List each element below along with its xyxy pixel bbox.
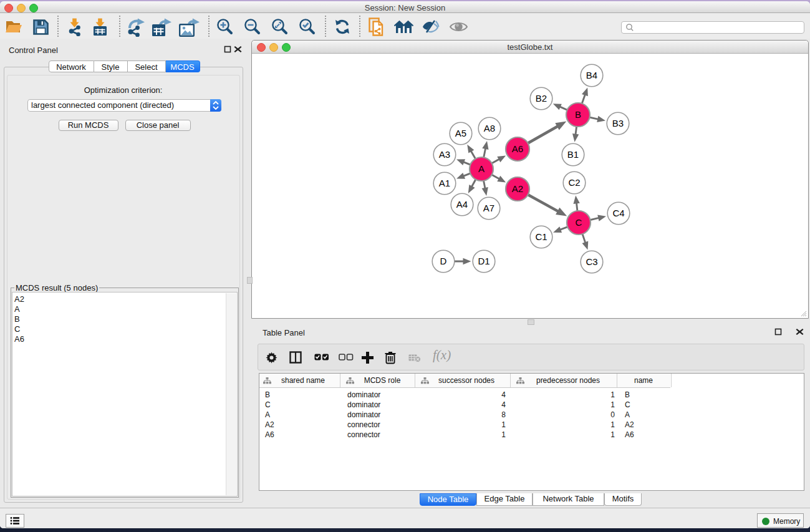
svg-text:A2: A2 bbox=[512, 183, 523, 194]
svg-text:A1: A1 bbox=[439, 178, 450, 188]
svg-text:B2: B2 bbox=[536, 93, 547, 104]
svg-text:B: B bbox=[575, 109, 581, 120]
svg-text:C1: C1 bbox=[535, 231, 547, 242]
svg-text:A5: A5 bbox=[455, 128, 466, 138]
svg-text:A6: A6 bbox=[512, 143, 523, 154]
svg-text:C4: C4 bbox=[612, 208, 624, 218]
svg-text:C: C bbox=[576, 217, 582, 228]
svg-text:B4: B4 bbox=[586, 70, 597, 80]
svg-text:D: D bbox=[440, 256, 447, 266]
svg-text:C2: C2 bbox=[568, 177, 580, 188]
svg-text:A8: A8 bbox=[484, 123, 495, 133]
svg-text:C3: C3 bbox=[586, 256, 597, 267]
svg-text:B3: B3 bbox=[612, 118, 624, 128]
svg-text:B1: B1 bbox=[567, 149, 579, 160]
svg-text:A3: A3 bbox=[439, 149, 450, 160]
svg-text:D1: D1 bbox=[478, 256, 489, 266]
svg-text:A7: A7 bbox=[483, 203, 494, 213]
svg-text:A4: A4 bbox=[456, 199, 468, 210]
svg-text:A: A bbox=[478, 163, 485, 174]
